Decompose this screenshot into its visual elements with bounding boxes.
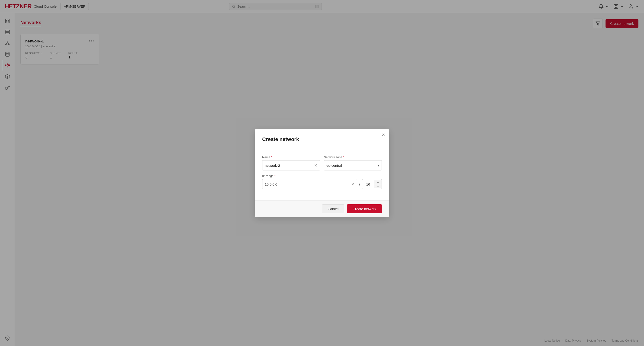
name-clear-button[interactable]: ✕ — [314, 163, 318, 168]
ip-separator: / — [359, 182, 360, 187]
zone-select-wrapper[interactable]: eu-central us-east us-west ap-southeast … — [324, 160, 382, 170]
zone-chevron-icon: ▾ — [378, 164, 379, 167]
name-input-wrapper[interactable]: ✕ — [262, 160, 320, 170]
cidr-wrapper: 16 + − — [362, 179, 382, 189]
form-group-name: Name * ✕ — [262, 156, 320, 170]
close-icon — [381, 133, 386, 137]
cidr-plus-button[interactable]: + — [374, 180, 382, 184]
modal-overlay[interactable]: Create network Name * ✕ — [0, 0, 644, 346]
modal-title: Create network — [262, 136, 299, 142]
ip-row: ✕ / 16 + − — [262, 179, 382, 189]
modal-body: Create network Name * ✕ — [255, 129, 389, 200]
ip-clear-button[interactable]: ✕ — [351, 182, 355, 187]
zone-select[interactable]: eu-central us-east us-west ap-southeast — [326, 164, 378, 168]
zone-label: Network zone * — [324, 156, 382, 159]
form-row-name-zone: Name * ✕ Network zone * eu-central us- — [262, 156, 382, 170]
ip-input-wrapper[interactable]: ✕ — [262, 179, 357, 189]
cancel-button[interactable]: Cancel — [322, 204, 344, 213]
submit-button[interactable]: Create network — [347, 204, 382, 213]
modal-header: Create network — [262, 136, 382, 149]
create-network-modal: Create network Name * ✕ — [255, 129, 389, 217]
cidr-value: 16 — [362, 182, 374, 186]
cidr-buttons: + − — [374, 180, 382, 188]
form-group-ip: IP range * ✕ / 16 + − — [262, 174, 382, 191]
modal-footer: Cancel Create network — [255, 200, 389, 217]
modal-close-button[interactable] — [381, 133, 386, 138]
ip-label: IP range * — [262, 174, 382, 178]
name-input[interactable] — [265, 164, 314, 168]
form-group-zone: Network zone * eu-central us-east us-wes… — [324, 156, 382, 170]
cidr-minus-button[interactable]: − — [374, 184, 382, 188]
ip-input[interactable] — [265, 182, 351, 186]
name-label: Name * — [262, 156, 320, 159]
